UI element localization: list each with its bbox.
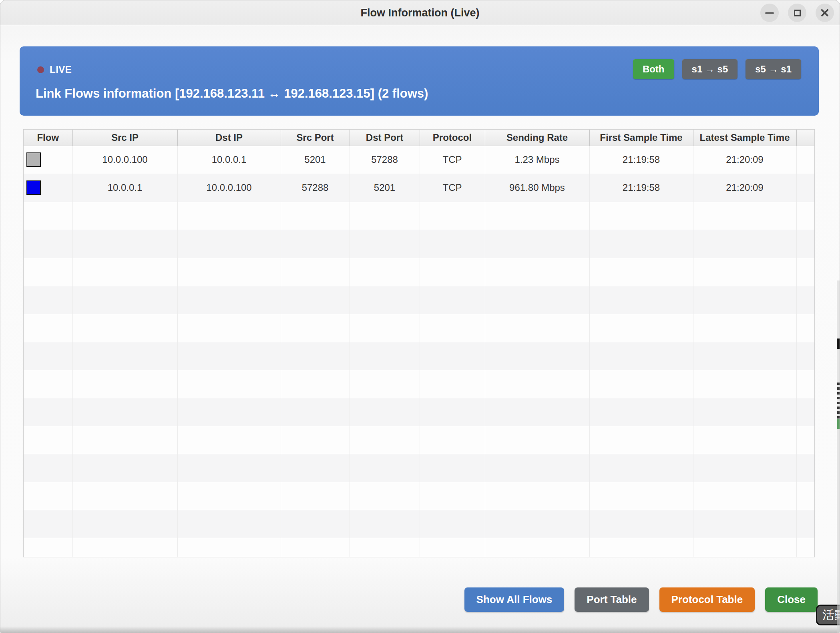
empty-cell	[420, 538, 485, 557]
empty-cell	[796, 482, 814, 510]
empty-cell	[281, 286, 350, 314]
empty-cell	[72, 370, 177, 398]
empty-row	[24, 342, 814, 370]
empty-cell	[589, 454, 693, 482]
direction-button-1[interactable]: s1 → s5	[682, 59, 738, 79]
empty-cell	[420, 482, 485, 510]
protocol-cell: TCP	[420, 174, 485, 202]
empty-cell	[350, 314, 420, 342]
empty-cell	[24, 258, 72, 286]
column-header-protocol: Protocol	[420, 130, 485, 146]
screen-edge-band	[837, 280, 840, 633]
column-header-flow: Flow	[24, 130, 72, 146]
empty-row	[24, 370, 814, 398]
dst-ip-cell: 10.0.0.1	[177, 146, 281, 174]
empty-cell	[72, 286, 177, 314]
empty-cell	[485, 230, 589, 258]
empty-cell	[485, 286, 589, 314]
empty-cell	[485, 342, 589, 370]
empty-row	[24, 230, 814, 258]
latest-sample-time-cell: 21:20:09	[693, 174, 796, 202]
latest-sample-time-cell: 21:20:09	[693, 146, 796, 174]
empty-cell	[177, 202, 281, 230]
empty-cell	[177, 370, 281, 398]
empty-cell	[693, 230, 796, 258]
empty-cell	[177, 538, 281, 557]
live-status: LIVE	[37, 64, 72, 75]
close-window-button[interactable]	[816, 4, 834, 22]
flows-table-container: FlowSrc IPDst IPSrc PortDst PortProtocol…	[23, 129, 815, 557]
empty-cell	[693, 510, 796, 538]
close-button[interactable]: Close	[765, 587, 818, 612]
header-row: FlowSrc IPDst IPSrc PortDst PortProtocol…	[24, 130, 814, 146]
column-header-sending-rate: Sending Rate	[485, 130, 589, 146]
empty-cell	[420, 454, 485, 482]
dst-ip-cell: 10.0.0.100	[177, 174, 281, 202]
empty-cell	[281, 342, 350, 370]
empty-cell	[177, 230, 281, 258]
empty-cell	[24, 538, 72, 557]
empty-cell	[72, 454, 177, 482]
empty-cell	[589, 258, 693, 286]
minimize-button[interactable]	[760, 4, 779, 22]
empty-cell	[420, 398, 485, 426]
flow-color-chip	[26, 152, 41, 167]
empty-cell	[589, 202, 693, 230]
empty-cell	[177, 482, 281, 510]
empty-cell	[589, 510, 693, 538]
window-controls	[760, 4, 834, 22]
blank-cell	[796, 174, 814, 202]
empty-cell	[177, 510, 281, 538]
flows-table: FlowSrc IPDst IPSrc PortDst PortProtocol…	[24, 130, 814, 557]
maximize-button[interactable]	[788, 4, 806, 22]
empty-cell	[177, 342, 281, 370]
flow-row-0[interactable]: 10.0.0.10010.0.0.1520157288TCP1.23 Mbps2…	[24, 146, 814, 174]
empty-row	[24, 454, 814, 482]
empty-cell	[796, 538, 814, 557]
empty-cell	[350, 510, 420, 538]
window-title: Flow Information (Live)	[0, 0, 840, 25]
empty-cell	[485, 426, 589, 454]
maximize-icon	[794, 10, 801, 16]
empty-cell	[420, 230, 485, 258]
empty-cell	[485, 398, 589, 426]
empty-cell	[72, 482, 177, 510]
flow-cell	[24, 174, 72, 202]
empty-cell	[485, 538, 589, 557]
direction-button-2[interactable]: s5 → s1	[746, 59, 801, 79]
empty-cell	[72, 258, 177, 286]
empty-cell	[72, 342, 177, 370]
empty-cell	[24, 230, 72, 258]
empty-cell	[420, 370, 485, 398]
protocol-cell: TCP	[420, 146, 485, 174]
empty-cell	[281, 454, 350, 482]
empty-row	[24, 482, 814, 510]
flow-row-1[interactable]: 10.0.0.110.0.0.100572885201TCP961.80 Mbp…	[24, 174, 814, 202]
empty-row	[24, 286, 814, 314]
empty-cell	[281, 314, 350, 342]
flows-table-head: FlowSrc IPDst IPSrc PortDst PortProtocol…	[24, 130, 814, 146]
titlebar[interactable]: Flow Information (Live)	[0, 0, 840, 25]
footer-buttons: Show All FlowsPort TableProtocol TableCl…	[464, 587, 818, 612]
column-header-first-sample-time: First Sample Time	[589, 130, 693, 146]
empty-cell	[281, 398, 350, 426]
screen-edge-artifact	[837, 419, 840, 429]
empty-cell	[693, 482, 796, 510]
empty-cell	[24, 454, 72, 482]
protocol-table-button[interactable]: Protocol Table	[659, 587, 755, 612]
empty-cell	[350, 454, 420, 482]
close-icon	[820, 8, 829, 17]
empty-cell	[350, 286, 420, 314]
empty-cell	[420, 314, 485, 342]
port-table-button[interactable]: Port Table	[575, 587, 649, 612]
empty-cell	[177, 398, 281, 426]
direction-button-0[interactable]: Both	[633, 59, 674, 79]
show-all-flows-button[interactable]: Show All Flows	[464, 587, 565, 612]
empty-cell	[350, 342, 420, 370]
empty-row	[24, 202, 814, 230]
column-header-dst-ip: Dst IP	[177, 130, 281, 146]
empty-cell	[420, 202, 485, 230]
live-label: LIVE	[50, 64, 72, 75]
empty-cell	[72, 538, 177, 557]
empty-cell	[693, 258, 796, 286]
